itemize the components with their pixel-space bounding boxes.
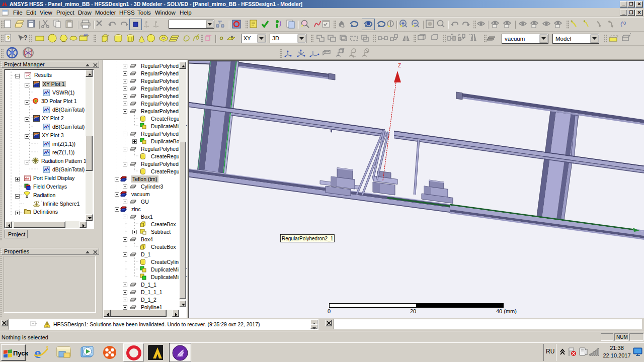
svg-text:40 (mm): 40 (mm)	[496, 308, 517, 314]
svg-text:vacuum: vacuum	[505, 36, 525, 42]
svg-text:40: 40	[84, 33, 88, 37]
svg-text:XY: XY	[244, 35, 251, 41]
svg-text:0: 0	[623, 21, 626, 26]
svg-text:Model: Model	[555, 36, 571, 42]
svg-text:3D: 3D	[272, 35, 279, 41]
svg-text:?: ?	[24, 34, 27, 41]
svg-text:20: 20	[410, 308, 416, 314]
svg-text:e: e	[34, 345, 41, 360]
svg-text:Z: Z	[398, 63, 401, 68]
svg-text:RegularPolyhedron2_1: RegularPolyhedron2_1	[282, 236, 334, 241]
svg-text:?: ?	[7, 35, 10, 41]
svg-text:0: 0	[328, 308, 331, 314]
